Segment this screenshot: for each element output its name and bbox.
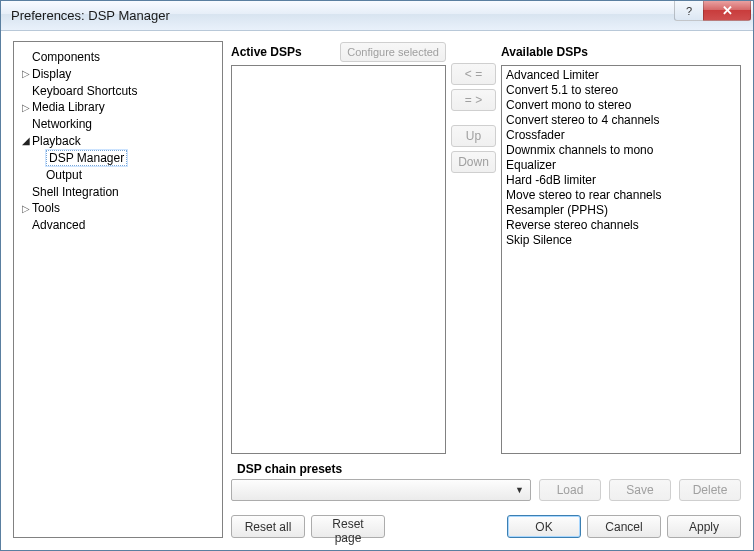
move-buttons: < = = > Up Down — [446, 41, 501, 454]
tree-item[interactable]: Output — [42, 166, 220, 183]
triangle-right-icon[interactable]: ▷ — [20, 68, 32, 79]
tree-item[interactable]: DSP Manager — [42, 149, 220, 166]
presets-dropdown[interactable]: ▼ — [231, 479, 531, 501]
tree-item-label: DSP Manager — [46, 150, 127, 166]
tree-item-label: Tools — [32, 201, 60, 215]
list-item[interactable]: Advanced Limiter — [506, 68, 736, 83]
presets-section: DSP chain presets ▼ Load Save Delete — [231, 462, 741, 501]
tree-item-label: Output — [46, 168, 82, 182]
move-right-button[interactable]: = > — [451, 89, 496, 111]
list-item[interactable]: Downmix channels to mono — [506, 143, 736, 158]
available-dsps-header-row: Available DSPs — [501, 41, 741, 63]
available-dsps-list[interactable]: Advanced LimiterConvert 5.1 to stereoCon… — [501, 65, 741, 454]
tree-item-label: Display — [32, 67, 71, 81]
reset-all-button[interactable]: Reset all — [231, 515, 305, 538]
titlebar: Preferences: DSP Manager ? ✕ — [1, 1, 753, 31]
configure-selected-button[interactable]: Configure selected — [340, 42, 446, 62]
tree-item-label: Keyboard Shortcuts — [32, 83, 137, 97]
list-item[interactable]: Convert mono to stereo — [506, 98, 736, 113]
list-item[interactable]: Resampler (PPHS) — [506, 203, 736, 218]
move-up-button[interactable]: Up — [451, 125, 496, 147]
main-panel: Active DSPs Configure selected < = = > U… — [231, 41, 741, 538]
cancel-button[interactable]: Cancel — [587, 515, 661, 538]
triangle-right-icon[interactable]: ▷ — [20, 102, 32, 113]
tree-item[interactable]: ◢Playback — [16, 132, 220, 149]
content: Components▷DisplayKeyboard Shortcuts▷Med… — [1, 31, 753, 550]
tree-item[interactable]: Networking — [16, 115, 220, 132]
tree-item-label: Advanced — [32, 218, 85, 232]
list-item[interactable]: Equalizer — [506, 158, 736, 173]
list-item[interactable]: Skip Silence — [506, 233, 736, 248]
tree-item[interactable]: ▷Display — [16, 65, 220, 82]
preset-delete-button[interactable]: Delete — [679, 479, 741, 501]
list-item[interactable]: Reverse stereo channels — [506, 218, 736, 233]
tree-item[interactable]: ▷Tools — [16, 199, 220, 216]
available-dsps-panel: Available DSPs Advanced LimiterConvert 5… — [501, 41, 741, 454]
tree-item-label: Shell Integration — [32, 184, 119, 198]
list-item[interactable]: Hard -6dB limiter — [506, 173, 736, 188]
tree-item[interactable]: Keyboard Shortcuts — [16, 82, 220, 99]
ok-button[interactable]: OK — [507, 515, 581, 538]
list-item[interactable]: Crossfader — [506, 128, 736, 143]
window-title: Preferences: DSP Manager — [11, 8, 170, 23]
list-item[interactable]: Convert stereo to 4 channels — [506, 113, 736, 128]
tree-item[interactable]: Advanced — [16, 216, 220, 233]
triangle-right-icon[interactable]: ▷ — [20, 203, 32, 214]
preferences-tree[interactable]: Components▷DisplayKeyboard Shortcuts▷Med… — [13, 41, 223, 538]
tree-item[interactable]: Shell Integration — [16, 183, 220, 200]
tree-item-label: Networking — [32, 117, 92, 131]
dialog-buttons: Reset all Reset page OK Cancel Apply — [231, 515, 741, 538]
tree-item-label: Components — [32, 50, 100, 64]
list-item[interactable]: Move stereo to rear channels — [506, 188, 736, 203]
presets-header: DSP chain presets — [231, 462, 741, 476]
help-button[interactable]: ? — [674, 1, 704, 21]
titlebar-buttons: ? ✕ — [675, 1, 751, 21]
tree-item-label: Playback — [32, 134, 81, 148]
presets-row: ▼ Load Save Delete — [231, 479, 741, 501]
move-left-button[interactable]: < = — [451, 63, 496, 85]
active-dsps-header-row: Active DSPs Configure selected — [231, 41, 446, 63]
tree-item[interactable]: ▷Media Library — [16, 98, 220, 115]
triangle-down-icon[interactable]: ◢ — [20, 135, 32, 146]
close-button[interactable]: ✕ — [703, 1, 751, 21]
chevron-down-icon: ▼ — [515, 485, 524, 495]
preset-save-button[interactable]: Save — [609, 479, 671, 501]
apply-button[interactable]: Apply — [667, 515, 741, 538]
active-dsps-panel: Active DSPs Configure selected — [231, 41, 446, 454]
move-down-button[interactable]: Down — [451, 151, 496, 173]
available-dsps-label: Available DSPs — [501, 45, 588, 59]
reset-page-button[interactable]: Reset page — [311, 515, 385, 538]
list-item[interactable]: Convert 5.1 to stereo — [506, 83, 736, 98]
preset-load-button[interactable]: Load — [539, 479, 601, 501]
dsp-panels: Active DSPs Configure selected < = = > U… — [231, 41, 741, 454]
active-dsps-label: Active DSPs — [231, 45, 302, 59]
active-dsps-list[interactable] — [231, 65, 446, 454]
tree-item[interactable]: Components — [16, 48, 220, 65]
tree-item-label: Media Library — [32, 100, 105, 114]
